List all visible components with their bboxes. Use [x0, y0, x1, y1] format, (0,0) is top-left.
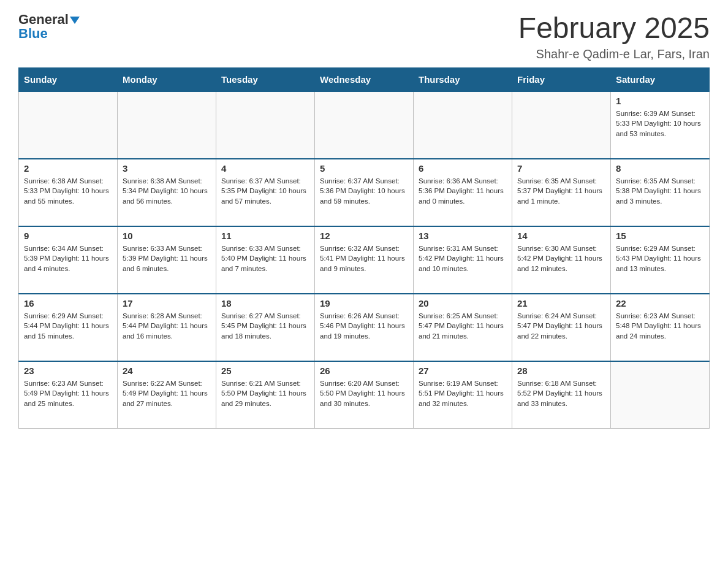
day-info: Sunrise: 6:26 AM Sunset: 5:46 PM Dayligh…	[320, 311, 408, 342]
day-info: Sunrise: 6:38 AM Sunset: 5:34 PM Dayligh…	[123, 176, 211, 207]
day-number: 22	[616, 298, 704, 308]
calendar-cell: 11Sunrise: 6:33 AM Sunset: 5:40 PM Dayli…	[216, 226, 315, 294]
calendar-cell: 14Sunrise: 6:30 AM Sunset: 5:42 PM Dayli…	[512, 226, 611, 294]
calendar-cell: 9Sunrise: 6:34 AM Sunset: 5:39 PM Daylig…	[19, 226, 118, 294]
calendar-cell: 5Sunrise: 6:37 AM Sunset: 5:36 PM Daylig…	[315, 159, 414, 226]
col-monday: Monday	[118, 67, 216, 91]
day-info: Sunrise: 6:25 AM Sunset: 5:47 PM Dayligh…	[419, 311, 507, 342]
day-info: Sunrise: 6:35 AM Sunset: 5:37 PM Dayligh…	[517, 176, 605, 207]
day-number: 14	[517, 231, 605, 241]
day-number: 6	[419, 163, 507, 174]
day-number: 20	[419, 298, 507, 308]
calendar-cell: 1Sunrise: 6:39 AM Sunset: 5:33 PM Daylig…	[611, 91, 710, 159]
day-number: 18	[221, 298, 309, 308]
day-info: Sunrise: 6:29 AM Sunset: 5:43 PM Dayligh…	[616, 243, 704, 274]
day-info: Sunrise: 6:34 AM Sunset: 5:39 PM Dayligh…	[24, 243, 112, 274]
day-number: 8	[616, 163, 704, 174]
day-info: Sunrise: 6:27 AM Sunset: 5:45 PM Dayligh…	[221, 311, 309, 342]
day-info: Sunrise: 6:23 AM Sunset: 5:49 PM Dayligh…	[24, 378, 112, 409]
day-info: Sunrise: 6:38 AM Sunset: 5:33 PM Dayligh…	[24, 176, 112, 207]
calendar-week-row: 23Sunrise: 6:23 AM Sunset: 5:49 PM Dayli…	[19, 361, 710, 429]
day-number: 11	[221, 231, 309, 241]
calendar-cell: 7Sunrise: 6:35 AM Sunset: 5:37 PM Daylig…	[512, 159, 611, 226]
col-wednesday: Wednesday	[315, 67, 414, 91]
day-info: Sunrise: 6:24 AM Sunset: 5:47 PM Dayligh…	[517, 311, 605, 342]
day-number: 9	[24, 231, 112, 241]
col-thursday: Thursday	[414, 67, 512, 91]
calendar-cell: 26Sunrise: 6:20 AM Sunset: 5:50 PM Dayli…	[315, 361, 414, 429]
calendar-table: Sunday Monday Tuesday Wednesday Thursday…	[18, 67, 710, 429]
calendar-cell	[216, 91, 315, 159]
day-number: 15	[616, 231, 704, 241]
day-info: Sunrise: 6:37 AM Sunset: 5:35 PM Dayligh…	[221, 176, 309, 207]
day-number: 10	[123, 231, 211, 241]
day-number: 26	[320, 366, 408, 376]
day-number: 25	[221, 366, 309, 376]
day-number: 27	[419, 366, 507, 376]
day-info: Sunrise: 6:39 AM Sunset: 5:33 PM Dayligh…	[616, 109, 704, 139]
calendar-cell: 24Sunrise: 6:22 AM Sunset: 5:49 PM Dayli…	[118, 361, 216, 429]
col-saturday: Saturday	[611, 67, 710, 91]
day-number: 2	[24, 163, 112, 174]
day-number: 3	[123, 163, 211, 174]
day-number: 7	[517, 163, 605, 174]
calendar-cell: 22Sunrise: 6:23 AM Sunset: 5:48 PM Dayli…	[611, 294, 710, 361]
calendar-cell: 15Sunrise: 6:29 AM Sunset: 5:43 PM Dayli…	[611, 226, 710, 294]
calendar-cell	[414, 91, 512, 159]
day-info: Sunrise: 6:29 AM Sunset: 5:44 PM Dayligh…	[24, 311, 112, 342]
calendar-cell: 25Sunrise: 6:21 AM Sunset: 5:50 PM Dayli…	[216, 361, 315, 429]
calendar-header-row: Sunday Monday Tuesday Wednesday Thursday…	[19, 67, 710, 91]
calendar-cell: 8Sunrise: 6:35 AM Sunset: 5:38 PM Daylig…	[611, 159, 710, 226]
day-info: Sunrise: 6:31 AM Sunset: 5:42 PM Dayligh…	[419, 243, 507, 274]
calendar-cell: 4Sunrise: 6:37 AM Sunset: 5:35 PM Daylig…	[216, 159, 315, 226]
logo: General Blue	[18, 12, 80, 42]
day-info: Sunrise: 6:21 AM Sunset: 5:50 PM Dayligh…	[221, 378, 309, 409]
day-info: Sunrise: 6:32 AM Sunset: 5:41 PM Dayligh…	[320, 243, 408, 274]
calendar-cell	[19, 91, 118, 159]
calendar-cell: 16Sunrise: 6:29 AM Sunset: 5:44 PM Dayli…	[19, 294, 118, 361]
calendar-cell: 28Sunrise: 6:18 AM Sunset: 5:52 PM Dayli…	[512, 361, 611, 429]
day-info: Sunrise: 6:22 AM Sunset: 5:49 PM Dayligh…	[123, 378, 211, 409]
day-number: 5	[320, 163, 408, 174]
calendar-cell: 27Sunrise: 6:19 AM Sunset: 5:51 PM Dayli…	[414, 361, 512, 429]
calendar-cell: 17Sunrise: 6:28 AM Sunset: 5:44 PM Dayli…	[118, 294, 216, 361]
day-number: 13	[419, 231, 507, 241]
calendar-week-row: 2Sunrise: 6:38 AM Sunset: 5:33 PM Daylig…	[19, 159, 710, 226]
day-number: 12	[320, 231, 408, 241]
calendar-cell: 21Sunrise: 6:24 AM Sunset: 5:47 PM Dayli…	[512, 294, 611, 361]
day-number: 24	[123, 366, 211, 376]
day-number: 19	[320, 298, 408, 308]
day-info: Sunrise: 6:33 AM Sunset: 5:40 PM Dayligh…	[221, 243, 309, 274]
calendar-cell: 23Sunrise: 6:23 AM Sunset: 5:49 PM Dayli…	[19, 361, 118, 429]
col-tuesday: Tuesday	[216, 67, 315, 91]
calendar-cell	[512, 91, 611, 159]
calendar-week-row: 16Sunrise: 6:29 AM Sunset: 5:44 PM Dayli…	[19, 294, 710, 361]
calendar-cell: 13Sunrise: 6:31 AM Sunset: 5:42 PM Dayli…	[414, 226, 512, 294]
day-info: Sunrise: 6:35 AM Sunset: 5:38 PM Dayligh…	[616, 176, 704, 207]
day-number: 23	[24, 366, 112, 376]
day-info: Sunrise: 6:20 AM Sunset: 5:50 PM Dayligh…	[320, 378, 408, 409]
calendar-cell: 2Sunrise: 6:38 AM Sunset: 5:33 PM Daylig…	[19, 159, 118, 226]
calendar-cell	[118, 91, 216, 159]
day-info: Sunrise: 6:36 AM Sunset: 5:36 PM Dayligh…	[419, 176, 507, 207]
day-number: 21	[517, 298, 605, 308]
day-info: Sunrise: 6:33 AM Sunset: 5:39 PM Dayligh…	[123, 243, 211, 274]
calendar-cell: 6Sunrise: 6:36 AM Sunset: 5:36 PM Daylig…	[414, 159, 512, 226]
calendar-cell: 19Sunrise: 6:26 AM Sunset: 5:46 PM Dayli…	[315, 294, 414, 361]
day-info: Sunrise: 6:19 AM Sunset: 5:51 PM Dayligh…	[419, 378, 507, 409]
calendar-cell	[611, 361, 710, 429]
day-number: 28	[517, 366, 605, 376]
day-info: Sunrise: 6:28 AM Sunset: 5:44 PM Dayligh…	[123, 311, 211, 342]
day-info: Sunrise: 6:37 AM Sunset: 5:36 PM Dayligh…	[320, 176, 408, 207]
day-number: 4	[221, 163, 309, 174]
day-info: Sunrise: 6:18 AM Sunset: 5:52 PM Dayligh…	[517, 378, 605, 409]
col-sunday: Sunday	[19, 67, 118, 91]
day-info: Sunrise: 6:23 AM Sunset: 5:48 PM Dayligh…	[616, 311, 704, 342]
calendar-cell: 3Sunrise: 6:38 AM Sunset: 5:34 PM Daylig…	[118, 159, 216, 226]
logo-triangle-icon	[70, 17, 80, 24]
calendar-cell: 12Sunrise: 6:32 AM Sunset: 5:41 PM Dayli…	[315, 226, 414, 294]
page-header: General Blue February 2025 Shahr-e Qadim…	[18, 12, 710, 61]
month-title: February 2025	[518, 12, 710, 45]
calendar-cell: 18Sunrise: 6:27 AM Sunset: 5:45 PM Dayli…	[216, 294, 315, 361]
calendar-cell: 20Sunrise: 6:25 AM Sunset: 5:47 PM Dayli…	[414, 294, 512, 361]
